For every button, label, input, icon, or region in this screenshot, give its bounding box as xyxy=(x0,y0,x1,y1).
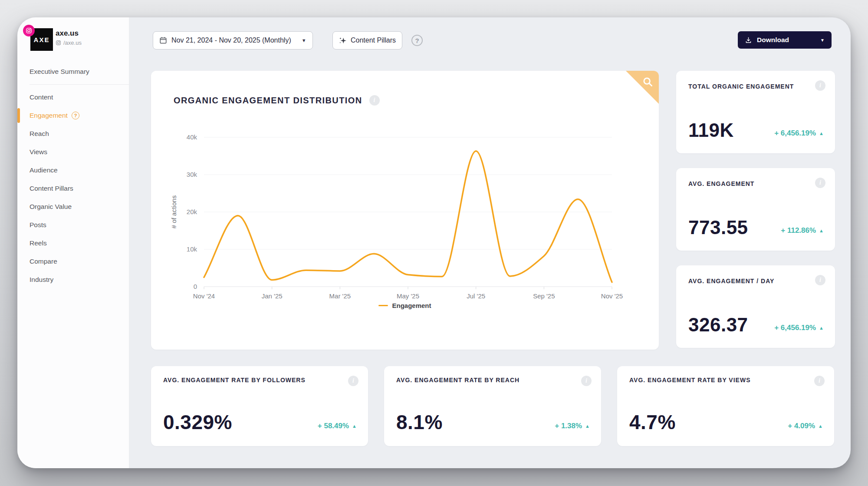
kpi-value: 119K xyxy=(688,119,734,141)
rate-by-reach-card: AVG. ENGAGEMENT RATE BY REACH i 8.1% + 1… xyxy=(384,366,601,446)
rate-delta: + 1.38% xyxy=(555,422,582,430)
svg-text:0: 0 xyxy=(194,283,197,290)
sidebar-item-audience[interactable]: Audience xyxy=(17,161,129,179)
rate-label: AVG. ENGAGEMENT RATE BY FOLLOWERS xyxy=(163,377,306,384)
page-help-button[interactable]: ? xyxy=(411,35,423,46)
trend-up-icon: ▲ xyxy=(819,228,824,233)
rate-delta: + 58.49% xyxy=(318,422,349,430)
engagement-chart-svg: 010k20k30k40kNov '24Jan '25Mar '25May '2… xyxy=(164,127,646,301)
info-icon[interactable]: i xyxy=(815,178,825,188)
rate-label: AVG. ENGAGEMENT RATE BY VIEWS xyxy=(629,377,750,384)
date-range-picker[interactable]: Nov 21, 2024 - Nov 20, 2025 (Monthly) ▼ xyxy=(153,31,313,50)
sidebar: AXE axe.us /axe.us Executive Summary Con… xyxy=(17,17,129,468)
kpi-value: 326.37 xyxy=(688,314,748,336)
rate-value: 8.1% xyxy=(396,410,443,434)
svg-text:Nov '24: Nov '24 xyxy=(193,292,215,300)
sidebar-nav: Executive Summary Content Engagement ? R… xyxy=(17,63,129,289)
legend-line-swatch xyxy=(378,305,388,306)
chevron-down-icon: ▼ xyxy=(820,38,825,43)
chevron-down-icon: ▼ xyxy=(302,38,306,43)
content-pillars-label: Content Pillars xyxy=(351,36,396,44)
active-indicator xyxy=(17,108,20,123)
date-range-label: Nov 21, 2024 - Nov 20, 2025 (Monthly) xyxy=(171,36,291,44)
svg-text:Jul '25: Jul '25 xyxy=(467,292,485,300)
kpi-delta: + 6,456.19% xyxy=(774,324,816,332)
rate-delta: + 4.09% xyxy=(788,422,815,430)
kpi-label: TOTAL ORGANIC ENGAGEMENT xyxy=(688,82,807,91)
content-pillars-button[interactable]: Content Pillars xyxy=(332,31,402,50)
sidebar-item-posts[interactable]: Posts xyxy=(17,216,129,234)
info-icon[interactable]: i xyxy=(815,275,825,285)
info-icon[interactable]: i xyxy=(814,376,825,386)
svg-text:40k: 40k xyxy=(187,133,197,141)
sidebar-item-engagement[interactable]: Engagement ? xyxy=(17,106,129,125)
rate-by-views-card: AVG. ENGAGEMENT RATE BY VIEWS i 4.7% + 4… xyxy=(617,366,834,446)
svg-text:30k: 30k xyxy=(187,171,197,178)
sidebar-item-content-pillars[interactable]: Content Pillars xyxy=(17,179,129,198)
calendar-icon xyxy=(159,36,167,44)
svg-text:May '25: May '25 xyxy=(397,292,419,300)
kpi-delta: + 6,456.19% xyxy=(774,129,816,138)
profile-name: axe.us xyxy=(56,29,79,38)
sidebar-item-views[interactable]: Views xyxy=(17,143,129,161)
brand-logo-text: AXE xyxy=(34,36,50,43)
avg-engagement-card: AVG. ENGAGEMENT i 773.55 + 112.86%▲ xyxy=(676,168,835,251)
rate-by-followers-card: AVG. ENGAGEMENT RATE BY FOLLOWERS i 0.32… xyxy=(151,366,368,446)
instagram-icon xyxy=(56,40,61,46)
kpi-delta: + 112.86% xyxy=(781,226,816,235)
sidebar-item-executive-summary[interactable]: Executive Summary xyxy=(17,63,129,81)
total-organic-engagement-card: TOTAL ORGANIC ENGAGEMENT i 119K + 6,456.… xyxy=(676,71,835,153)
info-icon[interactable]: i xyxy=(815,80,825,91)
profile-handle: /axe.us xyxy=(56,40,82,46)
svg-text:Jan '25: Jan '25 xyxy=(262,292,283,300)
sidebar-item-industry[interactable]: Industry xyxy=(17,271,129,289)
info-icon[interactable]: i xyxy=(581,376,592,386)
svg-text:10k: 10k xyxy=(187,245,197,253)
svg-text:20k: 20k xyxy=(187,208,197,215)
svg-text:Sep '25: Sep '25 xyxy=(533,292,555,300)
trend-up-icon: ▲ xyxy=(819,325,824,331)
rate-value: 0.329% xyxy=(163,410,232,434)
sidebar-item-organic-value[interactable]: Organic Value xyxy=(17,198,129,216)
kpi-value: 773.55 xyxy=(688,217,748,238)
info-icon[interactable]: i xyxy=(348,376,358,386)
info-icon[interactable]: i xyxy=(369,95,380,106)
trend-up-icon: ▲ xyxy=(352,423,357,429)
sparkles-icon xyxy=(339,37,346,44)
sidebar-item-reach[interactable]: Reach xyxy=(17,125,129,143)
main-content: Nov 21, 2024 - Nov 20, 2025 (Monthly) ▼ … xyxy=(129,17,851,468)
svg-text:Nov '25: Nov '25 xyxy=(601,292,623,300)
download-label: Download xyxy=(757,36,815,44)
download-button[interactable]: Download ▼ xyxy=(738,31,832,49)
rate-value: 4.7% xyxy=(629,410,676,434)
trend-up-icon: ▲ xyxy=(818,423,823,429)
instagram-badge-icon xyxy=(23,25,35,36)
kpi-label: AVG. ENGAGEMENT / DAY xyxy=(688,277,807,285)
sidebar-item-reels[interactable]: Reels xyxy=(17,234,129,252)
svg-text:Mar '25: Mar '25 xyxy=(329,292,351,300)
download-icon xyxy=(745,36,752,44)
sidebar-item-compare[interactable]: Compare xyxy=(17,252,129,271)
help-icon[interactable]: ? xyxy=(72,112,79,119)
kpi-label: AVG. ENGAGEMENT xyxy=(688,179,807,188)
sidebar-item-content[interactable]: Content xyxy=(17,88,129,106)
chart-title: ORGANIC ENGAGEMENT DISTRIBUTION xyxy=(174,96,362,106)
profile-handle-text: /axe.us xyxy=(63,40,82,46)
engagement-distribution-card: ORGANIC ENGAGEMENT DISTRIBUTION i 010k20… xyxy=(151,71,659,350)
magnifier-icon[interactable] xyxy=(642,76,654,88)
app-window: AXE axe.us /axe.us Executive Summary Con… xyxy=(17,17,851,468)
trend-up-icon: ▲ xyxy=(819,131,824,136)
rate-label: AVG. ENGAGEMENT RATE BY REACH xyxy=(396,377,519,384)
avg-engagement-per-day-card: AVG. ENGAGEMENT / DAY i 326.37 + 6,456.1… xyxy=(676,265,835,348)
legend-item-engagement[interactable]: Engagement xyxy=(151,302,659,309)
legend-label: Engagement xyxy=(392,302,431,309)
trend-up-icon: ▲ xyxy=(585,423,590,429)
sidebar-divider xyxy=(30,84,129,85)
svg-text:# of actions: # of actions xyxy=(170,195,178,229)
